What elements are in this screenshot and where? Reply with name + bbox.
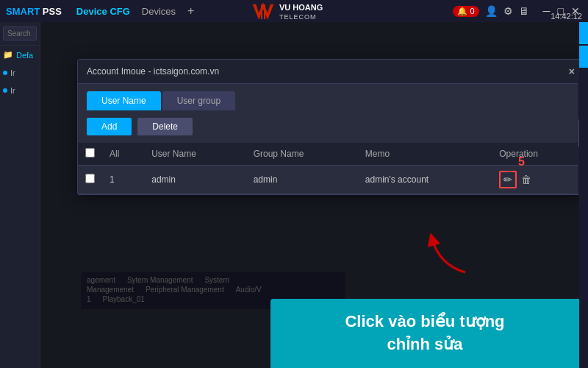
row-checkbox-cell	[78, 166, 102, 194]
titlebar-nav: Device CFG Devices +	[76, 4, 195, 18]
titlebar-icons: 👤 ⚙ 🖥	[485, 5, 529, 17]
modal-title: Account Imoue - ictsaigon.com.vn	[87, 66, 219, 77]
app-name-smart: SMART	[6, 6, 40, 17]
bottom-tooltip: Click vào biểu tượng chỉnh sửa	[270, 299, 579, 368]
sidebar-item-ir2[interactable]: Ir	[0, 82, 40, 99]
tab-bar: User Name User group	[78, 84, 579, 110]
table-header-row: All User Name Group Name Memo Operation	[78, 143, 579, 166]
account-modal: Account Imoue - ictsaigon.com.vn × User …	[77, 59, 579, 195]
app-name-pss: PSS	[40, 6, 62, 17]
bell-icon: 🔔	[457, 7, 467, 16]
tab-usergroup[interactable]: User group	[162, 91, 235, 110]
sidebar-ir1-label: Ir	[10, 68, 15, 77]
user-icon[interactable]: 👤	[485, 5, 498, 17]
sidebar-ir2-label: Ir	[10, 86, 15, 95]
row-num: 1	[102, 166, 144, 194]
tooltip-line2: chỉnh sửa	[387, 335, 462, 353]
col-all-header: All	[102, 143, 144, 166]
row-checkbox[interactable]	[85, 174, 95, 183]
sidebar-dot-icon-1	[3, 71, 7, 75]
modal-scrollbar-thumb	[578, 118, 579, 148]
right-blue-btn-1[interactable]	[579, 22, 588, 44]
notification-count: 0	[470, 7, 474, 15]
edit-button[interactable]: ✏	[499, 171, 517, 188]
action-bar: Add Delete	[78, 110, 579, 143]
col-groupname-header: Group Name	[246, 143, 358, 166]
delete-button[interactable]: Delete	[137, 118, 193, 135]
annotation-number: 5	[518, 155, 525, 169]
add-tab-button[interactable]: +	[187, 4, 194, 18]
app-logo: SMART PSS	[6, 6, 62, 17]
col-username-header: User Name	[144, 143, 245, 166]
user-table: All User Name Group Name Memo Operation	[78, 143, 579, 194]
tooltip-text: Click vào biểu tượng chỉnh sửa	[288, 311, 562, 356]
table-row: 1 admin admin admin's account ✏ 🗑	[78, 166, 579, 194]
svg-marker-0	[253, 3, 273, 19]
sidebar-item-ir1[interactable]: Ir	[0, 64, 40, 82]
watermark: VU HOANG TELECOM	[250, 1, 323, 22]
sidebar-folder-icon: 📁	[3, 50, 13, 60]
col-memo-header: Memo	[358, 143, 492, 166]
titlebar: SMART PSS Device CFG Devices + VU HOANG …	[0, 0, 588, 22]
arrow-annotation	[417, 221, 462, 265]
sidebar: 📁 Defa Ir Ir	[0, 22, 40, 368]
delete-row-button[interactable]: 🗑	[521, 174, 531, 185]
row-memo: admin's account	[358, 166, 492, 194]
vu-hoang-logo-icon	[250, 1, 276, 22]
watermark-sub: TELECOM	[279, 13, 323, 21]
row-username: admin	[144, 166, 245, 194]
content-area: Account Imoue - ictsaigon.com.vn × User …	[40, 22, 579, 368]
modal-scrollbar[interactable]	[578, 60, 579, 194]
modal-header: Account Imoue - ictsaigon.com.vn ×	[78, 60, 579, 84]
search-box	[0, 22, 40, 46]
sidebar-defa-label: Defa	[16, 51, 33, 60]
sidebar-item-defa[interactable]: 📁 Defa	[0, 46, 40, 64]
operation-cell: ✏ 🗑	[499, 171, 576, 188]
select-all-checkbox[interactable]	[85, 148, 95, 158]
modal-close-button[interactable]: ×	[569, 66, 575, 77]
watermark-logo: VU HOANG TELECOM	[250, 1, 323, 22]
add-button[interactable]: Add	[87, 118, 132, 135]
nav-device-cfg[interactable]: Device CFG	[76, 6, 130, 17]
col-checkbox	[78, 143, 102, 166]
col-operation-header: Operation	[492, 143, 579, 166]
time-display: 14:42:12	[551, 12, 582, 21]
nav-devices[interactable]: Devices	[142, 6, 176, 17]
sidebar-dot-icon-2	[3, 88, 7, 93]
row-operation: ✏ 🗑	[492, 166, 579, 194]
monitor-icon[interactable]: 🖥	[519, 5, 529, 17]
right-blue-btn-2[interactable]	[579, 46, 588, 68]
watermark-company: VU HOANG	[279, 3, 323, 13]
gear-icon[interactable]: ⚙	[503, 5, 513, 17]
right-panel	[579, 22, 588, 368]
tooltip-line1: Click vào biểu tượng	[345, 312, 504, 330]
notification-badge[interactable]: 🔔 0	[453, 6, 478, 17]
tab-username[interactable]: User Name	[87, 91, 161, 110]
search-input[interactable]	[3, 26, 37, 40]
main-area: 📁 Defa Ir Ir Account Imoue - ictsaigon.c…	[0, 22, 588, 368]
row-groupname: admin	[246, 166, 358, 194]
